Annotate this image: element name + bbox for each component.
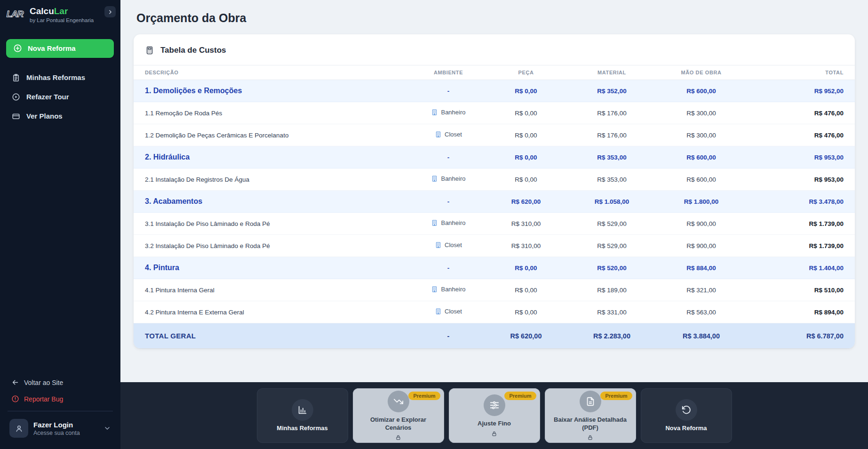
- chevron-down-icon: [104, 425, 111, 432]
- building-icon: [431, 286, 438, 293]
- sidebar-item-minhas-reformas[interactable]: Minhas Reformas: [6, 69, 115, 86]
- col-total: TOTAL: [747, 70, 844, 75]
- trending-down-icon: [388, 391, 409, 412]
- ambiente-dash: -: [447, 198, 450, 205]
- content: Orçamento da Obra Tabela de Custos DESCR…: [120, 0, 868, 382]
- cell-total: R$ 476,00: [747, 110, 844, 117]
- logo: LAR CalcuLar by Lar Pontual Engenharia: [0, 0, 120, 27]
- cell-peca: R$ 620,00: [484, 198, 568, 205]
- sliders-icon: [484, 394, 505, 416]
- building-icon: [435, 131, 442, 138]
- otimizar-cenarios-button[interactable]: PremiumOtimizar e Explorar Cenários: [353, 388, 444, 443]
- cell-material: R$ 2.283,00: [568, 332, 655, 340]
- cell-total: R$ 1.404,00: [747, 265, 844, 272]
- col-ambiente: AMBIENTE: [413, 70, 484, 75]
- cell-total: R$ 894,00: [747, 309, 844, 316]
- cell-material: R$ 352,00: [568, 88, 655, 95]
- sidebar-item-label: Ver Planos: [26, 112, 63, 120]
- cell-mao-de-obra: R$ 884,00: [655, 265, 747, 272]
- ambiente-label: Closet: [445, 241, 462, 249]
- row-description: 1. Demolições e Remoções: [145, 87, 413, 95]
- bottom-action-bar: Minhas ReformasPremiumOtimizar e Explora…: [120, 382, 868, 449]
- table-row: 2.1 Instalação De Registros De ÁguaBanhe…: [134, 168, 855, 191]
- reportar-bug-link[interactable]: Reportar Bug: [7, 391, 114, 407]
- building-icon: [435, 241, 442, 249]
- action-label: Minhas Reformas: [271, 425, 333, 433]
- cell-material: R$ 520,00: [568, 265, 655, 272]
- premium-badge: Premium: [600, 392, 632, 400]
- cell-total: R$ 953,00: [747, 176, 844, 183]
- user-avatar: [9, 419, 28, 438]
- calculator-icon: [145, 46, 154, 55]
- ambiente-label: Banheiro: [441, 286, 465, 293]
- ambiente-chip: Banheiro: [431, 175, 465, 182]
- cell-material: R$ 189,00: [568, 287, 655, 294]
- cell-mao-de-obra: R$ 600,00: [655, 154, 747, 161]
- play-circle-icon: [12, 93, 20, 101]
- cell-material: R$ 529,00: [568, 242, 655, 249]
- baixar-analise-pdf-button[interactable]: PremiumBaixar Análise Detalhada (PDF): [545, 388, 636, 443]
- alert-circle-icon: [11, 395, 19, 403]
- ambiente-chip: Banheiro: [431, 286, 465, 293]
- cell-material: R$ 331,00: [568, 309, 655, 316]
- plus-circle-icon: [13, 44, 22, 53]
- cell-peca: R$ 0,00: [484, 176, 568, 183]
- row-description: 3. Acabamentos: [145, 197, 413, 206]
- ambiente-label: Closet: [445, 131, 462, 138]
- page-title: Orçamento da Obra: [136, 11, 855, 25]
- ambiente-label: Banheiro: [441, 175, 465, 182]
- cell-material: R$ 176,00: [568, 110, 655, 117]
- sidebar-item-ver-planos[interactable]: Ver Planos: [6, 108, 115, 125]
- sidebar-item-refazer-tour[interactable]: Refazer Tour: [6, 88, 115, 105]
- bar-chart-icon: [292, 399, 313, 421]
- cell-material: R$ 529,00: [568, 220, 655, 227]
- cell-total: R$ 1.739,00: [747, 220, 844, 227]
- cell-peca: R$ 0,00: [484, 287, 568, 294]
- cell-peca: R$ 0,00: [484, 88, 568, 95]
- category-row: 2. Hidráulica-R$ 0,00R$ 353,00R$ 600,00R…: [134, 146, 855, 168]
- sidebar-menu: Minhas ReformasRefazer TourVer Planos: [0, 69, 120, 125]
- calcular-logo-icon: LAR: [6, 7, 25, 21]
- cell-mao-de-obra: R$ 900,00: [655, 242, 747, 249]
- main-area: Orçamento da Obra Tabela de Custos DESCR…: [120, 0, 868, 449]
- lock-icon: [395, 434, 401, 441]
- lock-icon: [587, 434, 593, 441]
- premium-badge: Premium: [408, 392, 440, 400]
- cell-mao-de-obra: R$ 300,00: [655, 132, 747, 139]
- ajuste-fino-button[interactable]: PremiumAjuste Fino: [449, 388, 540, 443]
- voltar-ao-site-link[interactable]: Voltar ao Site: [7, 374, 114, 391]
- card-header: Tabela de Custos: [134, 34, 855, 65]
- app-subtitle: by Lar Pontual Engenharia: [30, 17, 94, 23]
- lock-icon: [491, 431, 497, 437]
- nova-reforma-sidebar-button[interactable]: Nova Reforma: [6, 39, 114, 58]
- cell-material: R$ 1.058,00: [568, 198, 655, 205]
- cell-peca: R$ 0,00: [484, 265, 568, 272]
- login-row[interactable]: Fazer Login Acesse sua conta: [7, 417, 114, 444]
- table-header: DESCRIÇÃO AMBIENTE PEÇA MATERIAL MÃO DE …: [134, 65, 855, 80]
- ambiente-chip: Closet: [435, 308, 462, 315]
- row-description: 4.1 Pintura Interna Geral: [145, 287, 413, 294]
- cell-peca: R$ 0,00: [484, 110, 568, 117]
- sidebar-item-label: Refazer Tour: [26, 93, 69, 101]
- login-subtitle: Acesse sua conta: [33, 430, 80, 436]
- building-icon: [431, 109, 438, 116]
- cost-table-card: Tabela de Custos DESCRIÇÃO AMBIENTE PEÇA…: [134, 34, 855, 348]
- cell-material: R$ 353,00: [568, 176, 655, 183]
- ambiente-chip: Closet: [435, 131, 462, 138]
- cell-mao-de-obra: R$ 300,00: [655, 110, 747, 117]
- table-row: 4.2 Pintura Interna E Externa GeralClose…: [134, 301, 855, 323]
- cell-mao-de-obra: R$ 563,00: [655, 309, 747, 316]
- building-icon: [431, 219, 438, 226]
- action-label: Nova Reforma: [660, 425, 712, 433]
- sidebar-collapse-button[interactable]: [104, 6, 116, 17]
- minhas-reformas-button[interactable]: Minhas Reformas: [257, 388, 348, 443]
- cell-mao-de-obra: R$ 600,00: [655, 176, 747, 183]
- row-description: 2. Hidráulica: [145, 153, 413, 161]
- nova-reforma-bottom-button[interactable]: Nova Reforma: [641, 388, 732, 443]
- credit-card-icon: [12, 112, 20, 120]
- sidebar-footer: Voltar ao Site Reportar Bug Fazer Login …: [0, 374, 120, 449]
- cell-peca: R$ 0,00: [484, 309, 568, 316]
- ambiente-label: Closet: [445, 308, 462, 315]
- cell-peca: R$ 310,00: [484, 242, 568, 249]
- file-text-icon: [580, 391, 601, 412]
